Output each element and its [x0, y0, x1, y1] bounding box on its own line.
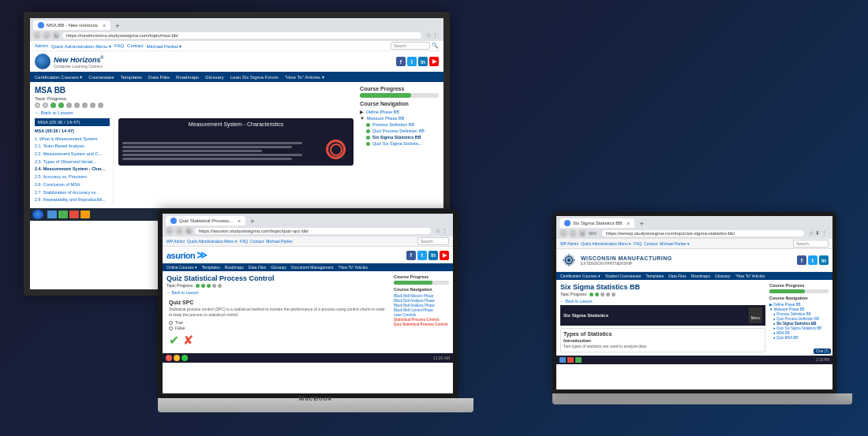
- youtube-icon[interactable]: ▶: [429, 57, 439, 66]
- nav-glossary[interactable]: Glossary: [205, 75, 224, 80]
- wmep-cn-item-8[interactable]: ● Quiz MSA BB: [769, 335, 829, 340]
- quiz-option-true[interactable]: True: [169, 320, 387, 325]
- menu-item-9[interactable]: 2.7. Stabilization of Accuracy vs...: [35, 189, 110, 197]
- quiz-option-false[interactable]: False: [169, 326, 387, 330]
- wmep-fb-icon[interactable]: f: [797, 255, 806, 265]
- laptop-url-input[interactable]: https://wmep.studysixsigma.com/topic/six…: [602, 230, 804, 237]
- macbook-url-input[interactable]: https://asurion.studysixsigma.com/topic/…: [195, 228, 431, 234]
- taskbar-app2[interactable]: [69, 211, 79, 218]
- win-start-btn[interactable]: [32, 210, 43, 219]
- forward-btn[interactable]: ›: [43, 32, 51, 39]
- wmep-li-icon[interactable]: in: [819, 255, 829, 265]
- laptop-task-2[interactable]: [567, 357, 574, 363]
- reload-btn[interactable]: ↻: [52, 32, 60, 39]
- settings-icon[interactable]: ⋮: [432, 32, 438, 39]
- laptop-settings-icon[interactable]: ⋮: [821, 230, 827, 237]
- asurion-faq[interactable]: FAQ: [240, 239, 248, 244]
- wmep-nav-datafiles[interactable]: Data Files: [668, 274, 687, 278]
- wmep-contact[interactable]: Contact: [644, 241, 657, 246]
- twitter-icon[interactable]: t: [407, 57, 417, 66]
- wmep-nav-student[interactable]: Student Courseware: [605, 274, 642, 278]
- macbook-browser-tab[interactable]: Quiz Statistical Process... ×: [166, 216, 245, 225]
- menu-item-8[interactable]: 2.6. Conclusion of MSA: [35, 181, 110, 189]
- laptop-bookmark-icon[interactable]: ☆: [809, 230, 814, 237]
- wmep-cn-item-6[interactable]: ● Quiz Six Sigma Statistics BB: [769, 326, 829, 330]
- dock-item-1[interactable]: [166, 355, 172, 361]
- macbook-bookmark-icon[interactable]: ☆: [436, 228, 440, 234]
- nav-howto[interactable]: "How To" Articles: [285, 74, 324, 80]
- browser-tab-monitor[interactable]: MSA BB - New Horizons ×: [33, 20, 110, 30]
- menu-item-5[interactable]: 2.3. Types of Observed Variati...: [35, 158, 110, 166]
- nav-courseware[interactable]: Courseware: [88, 75, 114, 80]
- nav-forum[interactable]: Lean Six Sigma Forum: [230, 75, 279, 80]
- wmep-nav-howto[interactable]: "How To" Articles: [735, 274, 765, 278]
- laptop-task-3[interactable]: [575, 357, 582, 363]
- radio-true[interactable]: [169, 321, 173, 325]
- asurion-nav-roadmaps[interactable]: Roadmaps: [225, 265, 244, 270]
- asurion-user[interactable]: Michael Parker: [266, 239, 292, 244]
- laptop-download-icon[interactable]: ⬇: [815, 230, 820, 237]
- laptop-browser-tab[interactable]: Six Sigma Statistics BB ×: [559, 218, 634, 228]
- macbook-settings-icon[interactable]: ⋮: [442, 228, 447, 234]
- asurion-contact[interactable]: Contact: [250, 239, 264, 244]
- asurion-cn-item-7[interactable]: Quiz Statistical Process Control: [394, 322, 449, 326]
- wmep-nav-glossary[interactable]: Glossary: [715, 274, 731, 278]
- asurion-nav-templates[interactable]: Templates: [202, 265, 220, 270]
- topbar-admin[interactable]: Admin: [35, 43, 48, 49]
- nav-datafiles[interactable]: Data Files: [148, 75, 170, 80]
- topbar-contact[interactable]: Contact: [127, 43, 144, 49]
- macbook-back-btn[interactable]: ‹: [166, 227, 174, 235]
- url-input[interactable]: https://newhorizons.studysixsigma.com/to…: [62, 32, 421, 39]
- topbar-faq[interactable]: FAQ: [114, 43, 124, 49]
- asurion-quickadmin[interactable]: Quick Administration Menu ▾: [187, 239, 238, 244]
- menu-item-2[interactable]: 1. What is Measurement System: [35, 136, 110, 143]
- asurion-back-link[interactable]: ← Back to Lesson: [166, 290, 390, 295]
- search-icon-monitor[interactable]: 🔍: [432, 43, 439, 49]
- asurion-nav-datafiles[interactable]: Data Files: [249, 265, 267, 270]
- linkedin-icon[interactable]: in: [418, 57, 428, 66]
- dock-item-2[interactable]: [174, 355, 180, 361]
- wmep-tw-icon[interactable]: t: [808, 255, 817, 265]
- wmep-wp-admin[interactable]: WP Admin: [560, 241, 578, 246]
- bookmark-icon[interactable]: ☆: [426, 32, 431, 39]
- nh-cn-item-2[interactable]: ▼ Measure Phase BB: [360, 115, 439, 121]
- laptop-forward-btn[interactable]: ›: [569, 229, 577, 237]
- asurion-yt-icon[interactable]: ▶: [440, 251, 449, 260]
- laptop-reload-btn[interactable]: ↻: [578, 229, 586, 237]
- nh-cn-sub-2[interactable]: Quiz Process Definition BB: [360, 128, 439, 134]
- taskbar-app1[interactable]: [58, 211, 68, 218]
- asurion-nav-courses[interactable]: Online Courses ▾: [166, 265, 197, 270]
- wmep-chat-widget[interactable]: Chat (7): [814, 348, 831, 354]
- menu-item-1[interactable]: MSA (05:36 / 14:47): [35, 128, 110, 136]
- laptop-back-btn[interactable]: ‹: [559, 229, 567, 237]
- nh-cn-sub-3[interactable]: Six Sigma Statistics BB: [360, 134, 439, 140]
- wmep-nav-roadmaps[interactable]: Roadmaps: [691, 274, 710, 278]
- menu-item-10[interactable]: 2.8. Repeatability and Reproducibil...: [35, 196, 110, 204]
- menu-item-6[interactable]: 2.4. Measurement System - Char...: [35, 166, 110, 173]
- taskbar-ie-icon[interactable]: [47, 211, 57, 218]
- asurion-tw-icon[interactable]: t: [417, 251, 427, 260]
- asurion-li-icon[interactable]: in: [428, 251, 438, 260]
- macbook-forward-btn[interactable]: ›: [175, 227, 183, 235]
- wmep-menu-btn[interactable]: Menu: [749, 307, 762, 323]
- wmep-nav-templates[interactable]: Templates: [645, 274, 664, 278]
- dock-item-3[interactable]: [181, 355, 188, 361]
- menu-item-3[interactable]: 2.1. Team Based Analysis: [35, 143, 110, 151]
- nav-roadmaps[interactable]: Roadmaps: [176, 75, 199, 80]
- nav-templates[interactable]: Templates: [121, 75, 142, 80]
- wmep-quickadmin[interactable]: Quick Administration Menu ▾: [581, 241, 631, 246]
- asurion-wp-admin[interactable]: WP Admin: [166, 239, 185, 244]
- new-tab-btn[interactable]: +: [112, 22, 122, 30]
- wmep-nav-cert[interactable]: Certification Courses ▾: [560, 274, 600, 278]
- video-player[interactable]: Measurement System - Characteristics: [118, 118, 354, 166]
- taskbar-app3[interactable]: [80, 211, 90, 218]
- nh-cn-sub-4[interactable]: Quiz Six Sigma Statistic...: [360, 140, 439, 147]
- nh-back-link[interactable]: ← Back to Lesson: [35, 110, 354, 115]
- facebook-icon[interactable]: f: [396, 57, 406, 66]
- macbook-reload-btn[interactable]: ↻: [185, 227, 193, 235]
- laptop-new-tab[interactable]: +: [636, 220, 646, 228]
- topbar-quickadmin[interactable]: Quick Administration Menu ▾: [51, 43, 111, 49]
- macbook-tab-close[interactable]: ×: [238, 218, 241, 224]
- asurion-fb-icon[interactable]: f: [406, 251, 416, 260]
- search-input-monitor[interactable]: [391, 42, 430, 50]
